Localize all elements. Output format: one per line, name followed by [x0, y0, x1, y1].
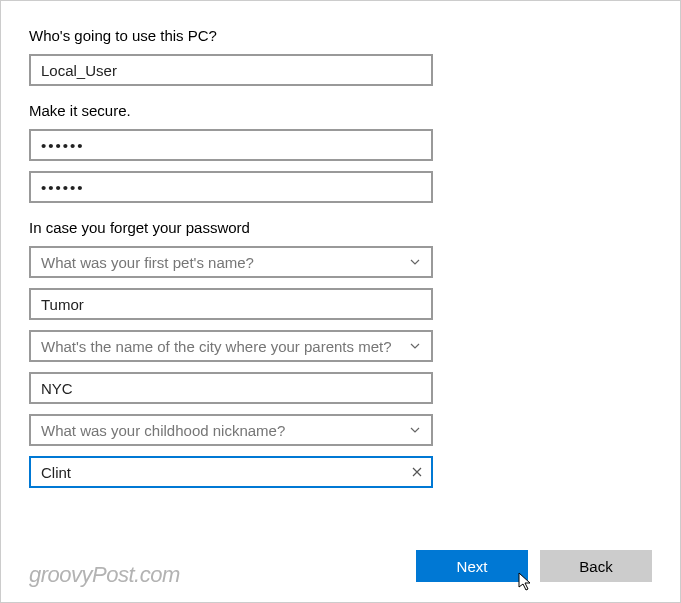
security-answer-1-input[interactable] — [29, 288, 433, 320]
security-answer-3-input[interactable] — [29, 456, 433, 488]
label-forget: In case you forget your password — [29, 219, 652, 236]
watermark-text: groovyPost.com — [29, 562, 180, 588]
password-confirm-input[interactable] — [29, 171, 433, 203]
username-input[interactable] — [29, 54, 433, 86]
security-question-3-text: What was your childhood nickname? — [31, 422, 399, 439]
chevron-down-icon — [399, 256, 431, 268]
security-question-2-select[interactable]: What's the name of the city where your p… — [29, 330, 433, 362]
security-question-3-select[interactable]: What was your childhood nickname? — [29, 414, 433, 446]
security-question-2-text: What's the name of the city where your p… — [31, 338, 399, 355]
security-question-1-text: What was your first pet's name? — [31, 254, 399, 271]
security-answer-2-input[interactable] — [29, 372, 433, 404]
label-who: Who's going to use this PC? — [29, 27, 652, 44]
clear-input-button[interactable] — [407, 462, 427, 482]
chevron-down-icon — [399, 424, 431, 436]
password-input[interactable] — [29, 129, 433, 161]
close-icon — [411, 466, 423, 478]
back-button[interactable]: Back — [540, 550, 652, 582]
next-button[interactable]: Next — [416, 550, 528, 582]
chevron-down-icon — [399, 340, 431, 352]
security-question-1-select[interactable]: What was your first pet's name? — [29, 246, 433, 278]
label-secure: Make it secure. — [29, 102, 652, 119]
